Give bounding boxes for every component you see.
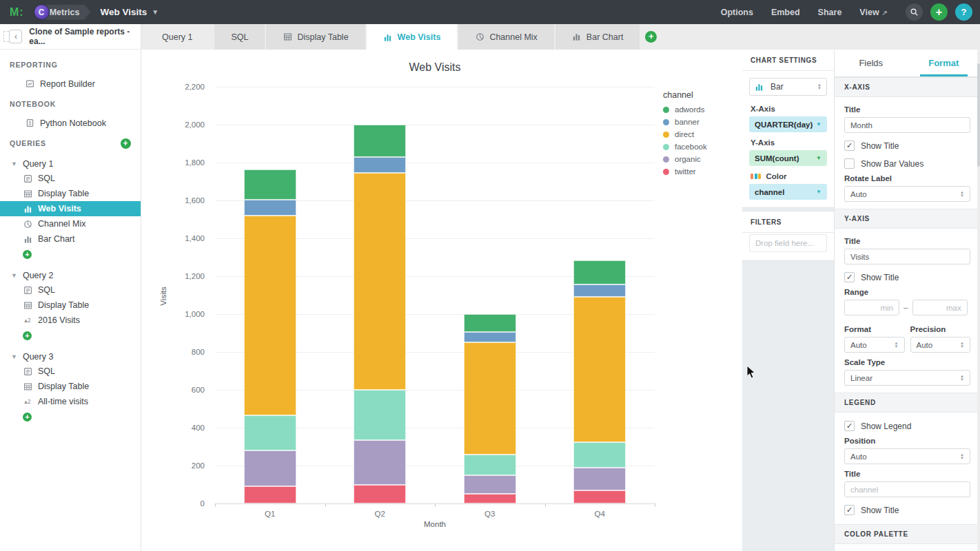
format-select[interactable]: Auto ▲▼: [844, 337, 905, 353]
bar-segment-q3-direct[interactable]: [464, 342, 516, 454]
bar-segment-q1-facebook[interactable]: [244, 415, 296, 450]
bar-segment-q3-facebook[interactable]: [464, 455, 516, 475]
legend-position-select[interactable]: Auto ▲▼: [844, 448, 970, 464]
sidebar-item-sql[interactable]: SQL: [0, 364, 141, 379]
bar-segment-q4-banner[interactable]: [573, 284, 626, 297]
bar-segment-q4-organic[interactable]: [573, 468, 626, 490]
bar-segment-q4-facebook[interactable]: [573, 442, 626, 468]
sidebar-item-2016-visits[interactable]: ▴22016 Visits: [0, 313, 141, 328]
checkbox-icon[interactable]: ✓: [844, 505, 855, 515]
bar-segment-q4-adwords[interactable]: [573, 260, 626, 285]
share-button[interactable]: Share: [818, 8, 842, 17]
show-legend-checkbox-row[interactable]: ✓ Show Legend: [844, 421, 970, 431]
tab-fields[interactable]: Fields: [835, 50, 908, 76]
bar-segment-q2-facebook[interactable]: [354, 390, 406, 440]
view-button[interactable]: View↗: [859, 8, 888, 17]
filters-drop-field[interactable]: [749, 234, 827, 252]
bar-segment-q3-twitter[interactable]: [464, 494, 516, 503]
caret-down-icon[interactable]: ▼: [11, 272, 17, 279]
bar-segment-q2-organic[interactable]: [354, 440, 406, 485]
y-show-title-checkbox-row[interactable]: ✓ Show Title: [844, 272, 970, 282]
chart-type-select[interactable]: Bar ▲▼: [749, 78, 827, 96]
legend-item-banner[interactable]: banner: [663, 118, 707, 126]
bar-segment-q1-banner[interactable]: [244, 200, 296, 216]
legend-show-title-checkbox-row[interactable]: ✓ Show Title: [844, 505, 970, 515]
checkbox-icon[interactable]: ✓: [844, 272, 855, 282]
add-chart-button[interactable]: +: [23, 413, 32, 422]
workspace-avatar[interactable]: C: [34, 4, 50, 20]
sidebar-item-sql[interactable]: SQL: [0, 171, 141, 186]
add-query-button[interactable]: +: [121, 138, 131, 149]
sidebar-item-display-table[interactable]: Display Table: [0, 379, 141, 394]
tab-bar-chart[interactable]: Bar Chart: [555, 24, 640, 50]
sidebar-item-python-notebook[interactable]: Python Notebook: [0, 116, 141, 130]
x-show-title-checkbox-row[interactable]: ✓ Show Title: [844, 141, 970, 151]
options-button[interactable]: Options: [721, 8, 753, 17]
caret-down-icon[interactable]: ▼: [11, 353, 17, 360]
sidebar-item-channel-mix[interactable]: Channel Mix: [0, 216, 141, 231]
search-button[interactable]: [906, 3, 923, 21]
tab-format[interactable]: Format: [908, 50, 980, 76]
x-axis-field-pill[interactable]: QUARTER(day) ▼: [749, 116, 827, 132]
legend-title-input[interactable]: [844, 481, 970, 497]
bar-segment-q2-twitter[interactable]: [354, 485, 406, 504]
legend-item-twitter[interactable]: twitter: [663, 167, 707, 176]
bar-segment-q2-direct[interactable]: [354, 173, 406, 390]
chevron-down-icon[interactable]: ▼: [152, 8, 159, 16]
embed-button[interactable]: Embed: [771, 8, 800, 17]
add-chart-button[interactable]: +: [23, 331, 32, 340]
x-title-input[interactable]: [844, 117, 970, 133]
color-field-pill[interactable]: channel ▼: [749, 184, 827, 200]
tab-channel-mix[interactable]: Channel Mix: [458, 24, 553, 50]
sidebar-item-report-builder[interactable]: Report Builder: [0, 76, 141, 91]
tab-display-table[interactable]: Display Table: [266, 24, 365, 50]
bar-segment-q3-banner[interactable]: [464, 332, 516, 342]
y-title-input[interactable]: [844, 249, 970, 264]
bar-segment-q1-direct[interactable]: [244, 216, 296, 415]
sidebar-item-display-table[interactable]: Display Table: [0, 298, 141, 313]
tab-sql[interactable]: SQL: [214, 24, 265, 50]
bar-segment-q2-adwords[interactable]: [354, 125, 406, 157]
caret-down-icon[interactable]: ▼: [11, 160, 17, 167]
scale-type-select[interactable]: Linear ▲▼: [844, 370, 970, 386]
legend-item-organic[interactable]: organic: [663, 155, 707, 163]
precision-select[interactable]: Auto ▲▼: [910, 337, 971, 353]
bar-segment-q4-direct[interactable]: [573, 297, 626, 441]
sidebar-item-sql[interactable]: SQL: [0, 282, 141, 298]
checkbox-icon[interactable]: ✓: [844, 421, 855, 431]
y-axis-field-pill[interactable]: SUM(count) ▼: [749, 150, 827, 166]
breadcrumb-page-title[interactable]: Web Visits: [100, 7, 147, 17]
scrollbar-thumb[interactable]: [977, 63, 980, 167]
bar-segment-q2-banner[interactable]: [354, 157, 406, 173]
tab-web-visits[interactable]: Web Visits: [367, 24, 458, 50]
query-group-query-1[interactable]: ▼Query 1: [0, 156, 141, 171]
checkbox-icon[interactable]: ✓: [844, 141, 855, 151]
bar-segment-q1-twitter[interactable]: [244, 486, 296, 503]
rotate-label-select[interactable]: Auto ▲▼: [844, 186, 970, 202]
help-button[interactable]: ?: [955, 3, 972, 21]
x-show-bar-values-checkbox-row[interactable]: Show Bar Values: [844, 158, 970, 169]
query-group-query-2[interactable]: ▼Query 2: [0, 268, 141, 282]
bar-segment-q3-organic[interactable]: [464, 475, 516, 495]
range-max-input[interactable]: [912, 300, 968, 315]
range-min-input[interactable]: [844, 300, 899, 315]
add-tab-button[interactable]: +: [645, 31, 657, 43]
checkbox-icon[interactable]: [844, 158, 855, 169]
bar-segment-q1-organic[interactable]: [244, 450, 296, 486]
collapse-sidebar-button[interactable]: ‹: [9, 30, 22, 43]
query-group-query-3[interactable]: ▼Query 3: [0, 349, 141, 364]
tab-query-1[interactable]: Query 1: [141, 24, 213, 50]
scrollbar-track[interactable]: [977, 50, 980, 551]
bar-segment-q1-adwords[interactable]: [244, 169, 296, 200]
new-report-button[interactable]: +: [930, 3, 948, 21]
legend-item-adwords[interactable]: adwords: [663, 105, 707, 114]
sidebar-item-display-table[interactable]: Display Table: [0, 186, 141, 201]
sidebar-item-all-time-visits[interactable]: ▴2All-time visits: [0, 394, 141, 409]
sidebar-item-bar-chart[interactable]: Bar Chart: [0, 231, 141, 247]
legend-item-facebook[interactable]: facebook: [663, 143, 707, 151]
bar-segment-q3-adwords[interactable]: [464, 314, 516, 332]
legend-item-direct[interactable]: direct: [663, 130, 707, 138]
mode-logo[interactable]: M:: [10, 6, 24, 19]
sidebar-item-web-visits[interactable]: Web Visits: [0, 201, 141, 216]
bar-segment-q4-twitter[interactable]: [573, 490, 626, 503]
